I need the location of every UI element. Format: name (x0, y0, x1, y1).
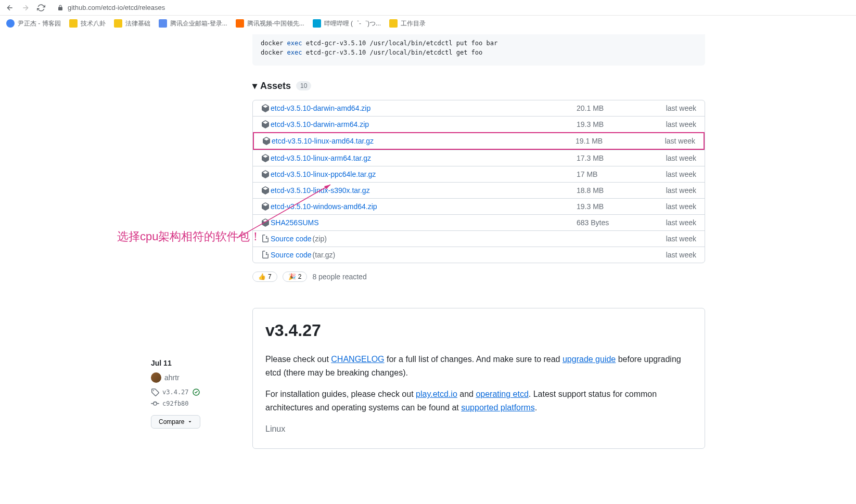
supported-platforms-link[interactable]: supported platforms (461, 403, 534, 412)
tv-icon (313, 19, 321, 28)
code-block: docker exec etcd-gcr-v3.5.10 /usr/local/… (252, 34, 705, 66)
asset-size: 17 MB (577, 170, 655, 178)
asset-size: 20.1 MB (577, 104, 655, 112)
asset-link[interactable]: etcd-v3.5.10-linux-s390x.tar.gz (261, 186, 577, 195)
asset-link[interactable]: Source code (zip) (261, 235, 577, 243)
commit-hash[interactable]: c92fb80 (162, 400, 189, 407)
play-etcd-link[interactable]: play.etcd.io (416, 390, 457, 398)
assets-count: 10 (296, 81, 311, 91)
asset-link[interactable]: SHA256SUMS (261, 218, 577, 227)
asset-row: Source code (zip)last week (253, 230, 705, 247)
asset-row: Source code (tar.gz)last week (253, 247, 705, 263)
asset-date: last week (655, 186, 696, 195)
thumbsup-reaction[interactable]: 👍 7 (252, 272, 277, 282)
commit-line: c92fb80 (151, 399, 245, 408)
forward-button[interactable] (21, 3, 30, 12)
upgrade-guide-link[interactable]: upgrade guide (563, 355, 616, 364)
asset-date: last week (655, 104, 696, 112)
package-icon (261, 154, 270, 162)
tag-icon (151, 388, 159, 396)
assets-toggle[interactable]: ▾ Assets (252, 80, 291, 92)
asset-row: etcd-v3.5.10-linux-s390x.tar.gz18.8 MBla… (253, 182, 705, 198)
folder-icon (69, 19, 78, 28)
asset-size: 17.3 MB (577, 154, 655, 162)
asset-date: last week (655, 170, 696, 178)
tag-name[interactable]: v3.4.27 (162, 389, 189, 396)
bookmark-item[interactable]: 法律基础 (114, 19, 150, 28)
asset-link[interactable]: Source code (tar.gz) (261, 251, 577, 259)
asset-date: last week (655, 154, 696, 162)
asset-size: 683 Bytes (577, 218, 655, 227)
tag-line: v3.4.27 (151, 388, 245, 396)
package-icon (261, 218, 270, 227)
package-icon (261, 120, 270, 128)
bookmark-item[interactable]: 尹正杰 - 博客园 (6, 19, 61, 28)
compare-button[interactable]: Compare (151, 415, 200, 429)
asset-row: etcd-v3.5.10-windows-amd64.zip19.3 MBlas… (253, 198, 705, 214)
folder-icon (389, 19, 398, 28)
asset-date: last week (654, 137, 695, 145)
operating-etcd-link[interactable]: operating etcd (476, 390, 528, 398)
address-bar[interactable]: github.com/etcd-io/etcd/releases (52, 3, 260, 12)
asset-row: etcd-v3.5.10-linux-arm64.tar.gz17.3 MBla… (253, 150, 705, 166)
infinity-icon (159, 19, 167, 28)
thumbsup-icon: 👍 (258, 273, 266, 280)
bookmark-item[interactable]: 哔哩哔哩 (゜-゜)つ... (313, 19, 381, 28)
asset-link[interactable]: etcd-v3.5.10-windows-amd64.zip (261, 202, 577, 211)
package-icon (261, 202, 270, 211)
asset-row: etcd-v3.5.10-darwin-amd64.zip20.1 MBlast… (253, 100, 705, 116)
asset-size: 19.1 MB (576, 137, 654, 145)
asset-date: last week (655, 235, 696, 243)
asset-link[interactable]: etcd-v3.5.10-linux-arm64.tar.gz (261, 154, 577, 162)
triangle-down-icon: ▾ (252, 80, 257, 92)
reaction-summary: 8 people reacted (312, 273, 366, 281)
bookmark-item[interactable]: 工作目录 (389, 19, 426, 28)
file-zip-icon (261, 235, 270, 243)
release-body: Please check out CHANGELOG for a full li… (265, 353, 692, 436)
person-icon (6, 19, 15, 28)
asset-row: etcd-v3.5.10-linux-ppc64le.tar.gz17 MBla… (253, 166, 705, 182)
main-content: docker exec etcd-gcr-v3.5.10 /usr/local/… (252, 34, 705, 449)
assets-list: etcd-v3.5.10-darwin-amd64.zip20.1 MBlast… (252, 100, 705, 263)
asset-link[interactable]: etcd-v3.5.10-darwin-amd64.zip (261, 104, 577, 112)
bookmark-item[interactable]: 腾讯视频-中国领先... (236, 19, 304, 28)
play-icon (236, 19, 244, 28)
avatar[interactable] (151, 372, 161, 383)
changelog-link[interactable]: CHANGELOG (331, 355, 384, 364)
asset-row: etcd-v3.5.10-darwin-arm64.zip19.3 MBlast… (253, 116, 705, 132)
bookmark-item[interactable]: 技术八卦 (69, 19, 106, 28)
author-line: ahrtr (151, 372, 245, 383)
asset-link[interactable]: etcd-v3.5.10-linux-amd64.tar.gz (262, 137, 576, 145)
bookmarks-bar: 尹正杰 - 博客园 技术八卦 法律基础 腾讯企业邮箱-登录... 腾讯视频-中国… (0, 16, 856, 31)
author-name[interactable]: ahrtr (164, 373, 180, 382)
release-meta: Jul 11 ahrtr v3.4.27 c92fb80 Compare (151, 359, 245, 429)
asset-row: SHA256SUMS683 Byteslast week (253, 214, 705, 230)
linux-heading: Linux (265, 422, 692, 436)
browser-toolbar: github.com/etcd-io/etcd/releases (0, 0, 856, 16)
asset-date: last week (655, 251, 696, 259)
reactions: 👍 7 🎉 2 8 people reacted (252, 272, 705, 282)
url-text: github.com/etcd-io/etcd/releases (68, 4, 165, 11)
release-title[interactable]: v3.4.27 (265, 321, 692, 340)
package-icon (262, 137, 271, 145)
asset-row: etcd-v3.5.10-linux-amd64.tar.gz19.1 MBla… (253, 132, 705, 150)
reload-button[interactable] (36, 3, 46, 12)
assets-header: ▾ Assets 10 (252, 80, 705, 92)
asset-size: 18.8 MB (577, 186, 655, 195)
asset-link[interactable]: etcd-v3.5.10-darwin-arm64.zip (261, 120, 577, 128)
assets-title: Assets (260, 81, 291, 92)
asset-date: last week (655, 218, 696, 227)
annotation-text: 选择cpu架构相符的软件包！ (117, 229, 261, 244)
tada-reaction[interactable]: 🎉 2 (283, 272, 308, 282)
package-icon (261, 170, 270, 178)
tada-icon: 🎉 (288, 273, 296, 280)
asset-link[interactable]: etcd-v3.5.10-linux-ppc64le.tar.gz (261, 170, 577, 178)
verified-icon (192, 388, 200, 396)
back-button[interactable] (5, 3, 15, 12)
asset-size: 19.3 MB (577, 202, 655, 211)
asset-size: 19.3 MB (577, 120, 655, 128)
asset-date: last week (655, 120, 696, 128)
asset-date: last week (655, 202, 696, 211)
bookmark-item[interactable]: 腾讯企业邮箱-登录... (159, 19, 227, 28)
package-icon (261, 104, 270, 112)
